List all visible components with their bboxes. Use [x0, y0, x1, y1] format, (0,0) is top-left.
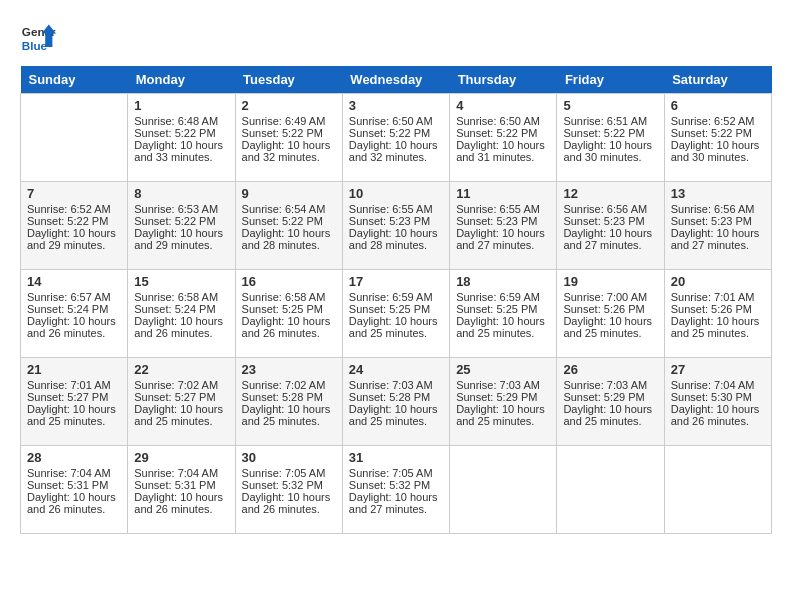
day-number: 27 — [671, 362, 765, 377]
day-info: and 26 minutes. — [27, 503, 121, 515]
day-info: Sunrise: 6:57 AM — [27, 291, 121, 303]
logo: General Blue — [20, 20, 56, 56]
weekday-header-saturday: Saturday — [664, 66, 771, 94]
day-info: Sunset: 5:31 PM — [134, 479, 228, 491]
day-info: Sunset: 5:26 PM — [671, 303, 765, 315]
calendar-cell: 19Sunrise: 7:00 AMSunset: 5:26 PMDayligh… — [557, 270, 664, 358]
day-info: Daylight: 10 hours — [671, 227, 765, 239]
calendar-cell: 28Sunrise: 7:04 AMSunset: 5:31 PMDayligh… — [21, 446, 128, 534]
day-number: 18 — [456, 274, 550, 289]
calendar-cell: 13Sunrise: 6:56 AMSunset: 5:23 PMDayligh… — [664, 182, 771, 270]
day-info: Sunrise: 6:55 AM — [456, 203, 550, 215]
day-info: Sunset: 5:30 PM — [671, 391, 765, 403]
day-info: Sunrise: 6:59 AM — [349, 291, 443, 303]
day-number: 15 — [134, 274, 228, 289]
day-info: and 26 minutes. — [242, 327, 336, 339]
day-info: and 33 minutes. — [134, 151, 228, 163]
day-info: Sunset: 5:22 PM — [27, 215, 121, 227]
day-info: Sunrise: 6:49 AM — [242, 115, 336, 127]
weekday-header-monday: Monday — [128, 66, 235, 94]
day-info: Daylight: 10 hours — [349, 227, 443, 239]
calendar-cell: 1Sunrise: 6:48 AMSunset: 5:22 PMDaylight… — [128, 94, 235, 182]
calendar-cell: 24Sunrise: 7:03 AMSunset: 5:28 PMDayligh… — [342, 358, 449, 446]
day-info: and 26 minutes. — [27, 327, 121, 339]
day-info: Sunset: 5:22 PM — [242, 215, 336, 227]
calendar-cell: 22Sunrise: 7:02 AMSunset: 5:27 PMDayligh… — [128, 358, 235, 446]
calendar-cell: 3Sunrise: 6:50 AMSunset: 5:22 PMDaylight… — [342, 94, 449, 182]
day-info: and 25 minutes. — [456, 327, 550, 339]
day-number: 9 — [242, 186, 336, 201]
day-info: Daylight: 10 hours — [27, 227, 121, 239]
day-info: Sunset: 5:22 PM — [349, 127, 443, 139]
calendar-cell: 5Sunrise: 6:51 AMSunset: 5:22 PMDaylight… — [557, 94, 664, 182]
day-info: Daylight: 10 hours — [242, 227, 336, 239]
day-info: and 25 minutes. — [671, 327, 765, 339]
day-info: Sunrise: 6:56 AM — [671, 203, 765, 215]
day-info: and 27 minutes. — [563, 239, 657, 251]
day-info: Sunset: 5:22 PM — [671, 127, 765, 139]
day-number: 26 — [563, 362, 657, 377]
day-info: Daylight: 10 hours — [671, 139, 765, 151]
calendar-cell — [21, 94, 128, 182]
calendar-cell: 30Sunrise: 7:05 AMSunset: 5:32 PMDayligh… — [235, 446, 342, 534]
day-info: Sunset: 5:27 PM — [27, 391, 121, 403]
day-info: and 31 minutes. — [456, 151, 550, 163]
calendar-cell: 21Sunrise: 7:01 AMSunset: 5:27 PMDayligh… — [21, 358, 128, 446]
day-info: Sunset: 5:25 PM — [242, 303, 336, 315]
day-info: Sunset: 5:22 PM — [134, 215, 228, 227]
day-info: and 26 minutes. — [671, 415, 765, 427]
day-info: Sunset: 5:25 PM — [349, 303, 443, 315]
day-info: Sunset: 5:32 PM — [242, 479, 336, 491]
day-info: Sunset: 5:29 PM — [563, 391, 657, 403]
day-number: 12 — [563, 186, 657, 201]
day-info: Sunrise: 6:50 AM — [456, 115, 550, 127]
day-info: Sunset: 5:22 PM — [242, 127, 336, 139]
calendar-cell: 12Sunrise: 6:56 AMSunset: 5:23 PMDayligh… — [557, 182, 664, 270]
calendar-cell: 26Sunrise: 7:03 AMSunset: 5:29 PMDayligh… — [557, 358, 664, 446]
calendar-cell — [557, 446, 664, 534]
day-info: Sunrise: 7:04 AM — [134, 467, 228, 479]
day-info: Daylight: 10 hours — [349, 491, 443, 503]
day-info: and 25 minutes. — [349, 327, 443, 339]
day-info: Sunset: 5:23 PM — [563, 215, 657, 227]
day-info: and 27 minutes. — [456, 239, 550, 251]
day-info: Daylight: 10 hours — [563, 315, 657, 327]
day-info: Sunrise: 6:51 AM — [563, 115, 657, 127]
day-info: Daylight: 10 hours — [563, 139, 657, 151]
day-info: Daylight: 10 hours — [27, 315, 121, 327]
day-info: Sunrise: 6:50 AM — [349, 115, 443, 127]
day-info: Daylight: 10 hours — [27, 491, 121, 503]
day-info: Sunset: 5:32 PM — [349, 479, 443, 491]
day-info: and 26 minutes. — [134, 503, 228, 515]
day-number: 14 — [27, 274, 121, 289]
calendar-cell: 7Sunrise: 6:52 AMSunset: 5:22 PMDaylight… — [21, 182, 128, 270]
day-info: Daylight: 10 hours — [563, 403, 657, 415]
day-info: Daylight: 10 hours — [456, 139, 550, 151]
calendar-cell: 16Sunrise: 6:58 AMSunset: 5:25 PMDayligh… — [235, 270, 342, 358]
day-info: Sunset: 5:27 PM — [134, 391, 228, 403]
day-info: and 32 minutes. — [349, 151, 443, 163]
day-info: Daylight: 10 hours — [134, 139, 228, 151]
day-info: Daylight: 10 hours — [242, 403, 336, 415]
calendar-cell: 23Sunrise: 7:02 AMSunset: 5:28 PMDayligh… — [235, 358, 342, 446]
calendar-cell: 9Sunrise: 6:54 AMSunset: 5:22 PMDaylight… — [235, 182, 342, 270]
svg-text:Blue: Blue — [22, 39, 48, 52]
day-info: and 28 minutes. — [242, 239, 336, 251]
day-info: and 27 minutes. — [671, 239, 765, 251]
day-number: 30 — [242, 450, 336, 465]
weekday-header-thursday: Thursday — [450, 66, 557, 94]
day-number: 10 — [349, 186, 443, 201]
calendar-cell: 8Sunrise: 6:53 AMSunset: 5:22 PMDaylight… — [128, 182, 235, 270]
day-info: and 26 minutes. — [242, 503, 336, 515]
calendar-cell: 6Sunrise: 6:52 AMSunset: 5:22 PMDaylight… — [664, 94, 771, 182]
day-info: Daylight: 10 hours — [671, 403, 765, 415]
day-info: Daylight: 10 hours — [349, 315, 443, 327]
day-info: Sunset: 5:22 PM — [134, 127, 228, 139]
day-number: 16 — [242, 274, 336, 289]
day-number: 19 — [563, 274, 657, 289]
day-info: and 30 minutes. — [671, 151, 765, 163]
day-info: Sunset: 5:29 PM — [456, 391, 550, 403]
calendar-cell: 10Sunrise: 6:55 AMSunset: 5:23 PMDayligh… — [342, 182, 449, 270]
day-number: 4 — [456, 98, 550, 113]
day-number: 28 — [27, 450, 121, 465]
